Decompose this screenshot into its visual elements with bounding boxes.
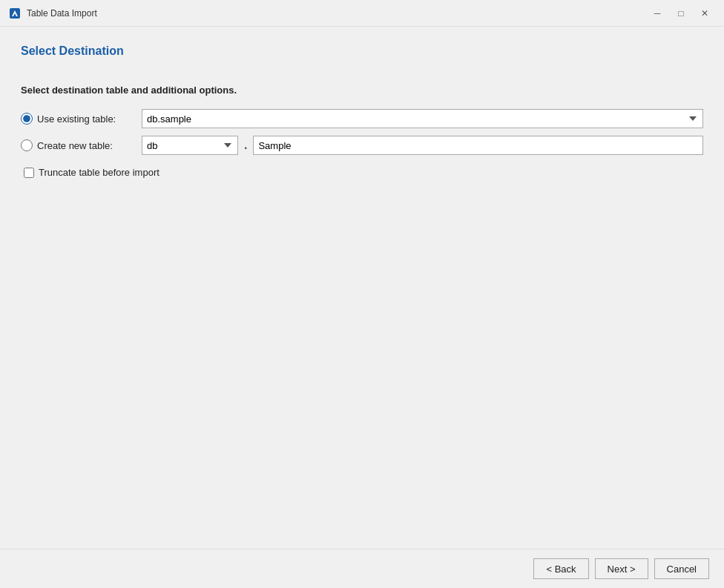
create-new-table-row: Create new table: db . bbox=[21, 136, 703, 155]
back-button[interactable]: < Back bbox=[533, 558, 588, 579]
next-button[interactable]: Next > bbox=[595, 558, 648, 579]
use-existing-table-radio[interactable] bbox=[21, 113, 33, 125]
title-bar: Table Data Import ─ □ ✕ bbox=[0, 0, 724, 27]
footer: < Back Next > Cancel bbox=[0, 549, 724, 588]
truncate-label[interactable]: Truncate table before import bbox=[39, 167, 159, 178]
app-icon bbox=[9, 7, 21, 19]
truncate-checkbox-row: Truncate table before import bbox=[24, 167, 703, 178]
form-area: Use existing table: db.sample Create new… bbox=[21, 109, 703, 178]
schema-select[interactable]: db bbox=[142, 136, 238, 155]
truncate-checkbox[interactable] bbox=[24, 168, 34, 178]
create-new-table-label[interactable]: Create new table: bbox=[21, 139, 136, 151]
use-existing-table-text: Use existing table: bbox=[37, 113, 116, 125]
close-button[interactable]: ✕ bbox=[694, 6, 715, 21]
title-bar-controls: ─ □ ✕ bbox=[647, 6, 715, 21]
title-bar-left: Table Data Import bbox=[9, 7, 97, 19]
page-title: Select Destination bbox=[21, 44, 703, 58]
maximize-button[interactable]: □ bbox=[671, 6, 691, 21]
table-name-input[interactable] bbox=[253, 136, 703, 155]
minimize-button[interactable]: ─ bbox=[647, 6, 668, 21]
dot-separator: . bbox=[244, 139, 247, 152]
window-title: Table Data Import bbox=[27, 8, 97, 19]
use-existing-table-label[interactable]: Use existing table: bbox=[21, 113, 136, 125]
section-label: Select destination table and additional … bbox=[21, 85, 703, 96]
existing-table-select[interactable]: db.sample bbox=[142, 109, 703, 128]
create-new-table-text: Create new table: bbox=[37, 140, 113, 151]
cancel-button[interactable]: Cancel bbox=[654, 558, 709, 579]
use-existing-table-row: Use existing table: db.sample bbox=[21, 109, 703, 128]
main-content: Select Destination Select destination ta… bbox=[0, 27, 724, 549]
create-new-table-radio[interactable] bbox=[21, 139, 33, 151]
